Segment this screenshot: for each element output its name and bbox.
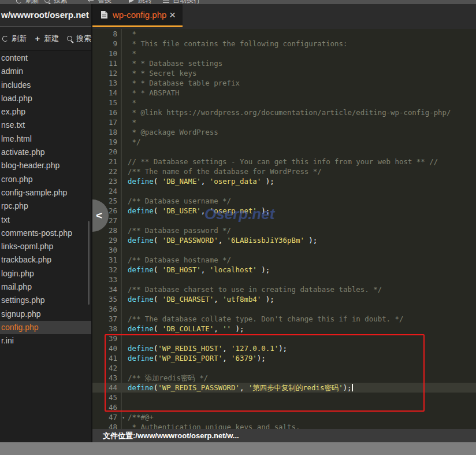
file-item[interactable]: blog-header.php — [0, 159, 91, 172]
toolbar-item-2[interactable]: 搜索 — [44, 0, 68, 4]
code-text: */ — [121, 137, 476, 147]
file-item[interactable]: login.php — [0, 267, 91, 280]
tab-bar: wp-config.php × — [92, 4, 476, 29]
wrap-icon — [163, 0, 170, 4]
line-number: 15 — [92, 98, 121, 108]
line-number: 40 — [92, 343, 121, 353]
line-number: 41 — [92, 353, 121, 363]
code-line: 23define( 'DB_NAME', 'oserp_data' ); — [92, 176, 476, 186]
file-item[interactable]: links-opml.php — [0, 240, 91, 253]
file-item[interactable]: ex.php — [0, 105, 91, 119]
token: * This file contains the following confi… — [128, 39, 347, 48]
text-cursor — [352, 384, 353, 391]
token: 'oserp_data' — [210, 177, 262, 186]
line-number: 45 — [92, 393, 121, 402]
tab-close-icon[interactable]: × — [169, 9, 176, 20]
line-number: 34 — [92, 284, 121, 294]
file-item[interactable]: config-sample.php — [0, 186, 91, 199]
sidebar-action-button[interactable]: 刷新 — [2, 34, 27, 44]
file-item[interactable]: comments-post.php — [0, 227, 91, 240]
token: 'WP_REDIS_HOST' — [158, 344, 222, 353]
sidebar-action-button[interactable]: +新建 — [34, 34, 59, 44]
code-text — [121, 186, 476, 196]
toolbar-item-3[interactable]: 替换 — [88, 0, 111, 4]
file-item[interactable]: signup.php — [0, 308, 91, 321]
token: define — [128, 383, 154, 392]
code-line: 22/** The name of the database for WordP… — [92, 167, 476, 176]
line-number: 36 — [92, 304, 121, 314]
line-number: 18 — [92, 127, 121, 137]
sidebar-scrollbar-thumb[interactable] — [88, 221, 90, 305]
file-item[interactable]: admin — [0, 65, 91, 78]
line-number: 33 — [92, 275, 121, 284]
file-item[interactable]: config.php — [0, 321, 91, 334]
code-line: 30 — [92, 245, 476, 255]
token: define — [128, 206, 154, 215]
toolbar-item-label: 搜索 — [54, 0, 68, 4]
token: define — [128, 324, 154, 333]
token: 'localhost' — [210, 265, 257, 274]
file-item[interactable]: includes — [0, 79, 91, 92]
file-item[interactable]: nse.txt — [0, 119, 91, 132]
token: 'DB_USER' — [162, 206, 201, 215]
code-line: 33 — [92, 275, 476, 284]
file-item[interactable]: txt — [0, 213, 91, 227]
token: define — [128, 354, 154, 362]
toolbar-item-4[interactable]: 跳转 — [128, 0, 152, 4]
file-item[interactable]: content — [0, 51, 91, 65]
token: * @package WordPress — [128, 128, 218, 136]
sidebar-action-label: 刷新 — [12, 34, 27, 44]
code-line: 9 * This file contains the following con… — [92, 39, 476, 49]
token: , — [218, 236, 227, 245]
code-line: 43/** 添加redis密码 */ — [92, 373, 476, 383]
line-number: 42 — [92, 363, 121, 373]
file-item[interactable]: trackback.php — [0, 253, 91, 267]
toolbar-item-5[interactable]: 自动换行 — [163, 0, 200, 4]
code-line: 25/** Database username */ — [92, 196, 476, 206]
token: ( — [154, 206, 162, 215]
code-line: 21// ** Database settings - You can get … — [92, 157, 476, 167]
token: * * Database table prefix — [128, 79, 240, 87]
token: /** The name of the database for WordPre… — [128, 167, 322, 176]
token: ); — [257, 265, 270, 274]
code-text: * * Database table prefix — [121, 78, 476, 88]
file-item[interactable]: r.ini — [0, 334, 91, 347]
file-item[interactable]: settings.php — [0, 294, 91, 307]
file-item[interactable]: lme.html — [0, 132, 91, 146]
token: '6LABissbJiY36pBm' — [227, 236, 304, 245]
file-item[interactable]: mail.php — [0, 280, 91, 294]
token: /** Database password */ — [128, 226, 231, 235]
token: ); — [261, 177, 274, 186]
code-line: 8 * — [92, 29, 476, 39]
token: ); — [343, 383, 352, 392]
fold-arrow-icon[interactable]: ▾ — [122, 413, 125, 423]
token: 'oserp net' — [210, 206, 257, 215]
file-item[interactable]: activate.php — [0, 146, 91, 159]
file-icon — [101, 10, 108, 19]
code-area[interactable]: 8 *9 * This file contains the following … — [92, 29, 476, 442]
code-line: 10 * — [92, 49, 476, 58]
code-line: 15 * — [92, 98, 476, 108]
line-number: 10 — [92, 49, 121, 58]
code-line: 24 — [92, 186, 476, 196]
code-line: 32define( 'DB_HOST', 'localhost' ); — [92, 265, 476, 275]
code-text: define( 'DB_HOST', 'localhost' ); — [121, 265, 476, 275]
toolbar-item-1[interactable]: 刷新 — [16, 0, 39, 4]
code-line: 46 — [92, 402, 476, 412]
sidebar-action-label: 新建 — [44, 34, 59, 44]
code-line: 42 — [92, 363, 476, 373]
sidebar-action-button[interactable]: 搜索 — [66, 34, 91, 44]
file-item[interactable]: load.php — [0, 92, 91, 105]
file-item[interactable]: rpc.php — [0, 199, 91, 213]
file-list: contentadminincludesload.phpex.phpnse.tx… — [0, 51, 91, 348]
token: ( — [154, 324, 162, 333]
tab-wp-config[interactable]: wp-config.php × — [92, 4, 183, 27]
line-number: 32 — [92, 265, 121, 275]
token: 'DB_COLLATE' — [162, 324, 214, 333]
tab-title: wp-config.php — [113, 10, 166, 20]
token: ( — [154, 265, 162, 274]
file-item[interactable]: cron.php — [0, 173, 91, 186]
token: ); — [257, 206, 270, 215]
line-number: 31 — [92, 255, 121, 265]
token: /** The database collate type. Don't cha… — [128, 315, 403, 323]
